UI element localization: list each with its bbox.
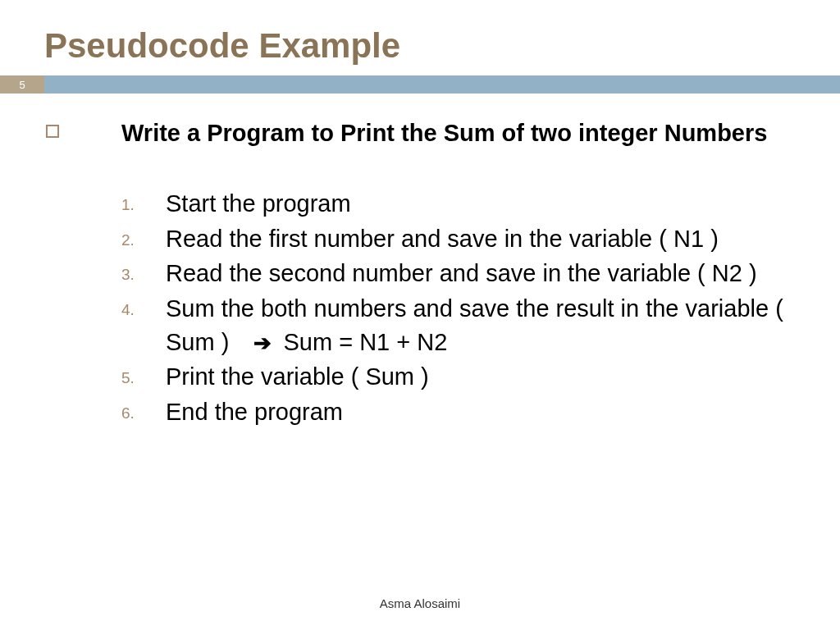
list-item: 5. Print the variable ( Sum )	[121, 360, 791, 394]
step-number: 1.	[121, 187, 166, 217]
slide-title: Pseudocode Example	[0, 0, 840, 75]
list-item: 3. Read the second number and save in th…	[121, 257, 791, 290]
list-item: 2. Read the first number and save in the…	[121, 222, 791, 256]
step-text: Start the program	[166, 187, 791, 221]
accent-bar	[44, 75, 840, 94]
step-number: 6.	[121, 395, 166, 425]
list-item: 1. Start the program	[121, 187, 791, 221]
step-text: End the program	[166, 395, 791, 429]
step-text: Read the first number and save in the va…	[166, 222, 791, 256]
list-item: 6. End the program	[121, 395, 791, 429]
step-text: Read the second number and save in the v…	[166, 257, 791, 290]
step-number: 3.	[121, 257, 166, 286]
step-text: Print the variable ( Sum )	[166, 360, 791, 394]
arrow-right-icon: ➔	[253, 328, 272, 358]
step-number: 2.	[121, 222, 166, 252]
step-text-suffix: Sum = N1 + N2	[283, 329, 447, 355]
page-number: 5	[0, 75, 44, 94]
step-number: 5.	[121, 360, 166, 390]
list-item: 4. Sum the both numbers and save the res…	[121, 292, 791, 358]
headline-text: Write a Program to Print the Sum of two …	[121, 118, 791, 148]
steps-list: 1. Start the program 2. Read the first n…	[46, 187, 791, 428]
step-number: 4.	[121, 292, 166, 322]
divider-bar: 5	[0, 75, 840, 94]
headline-row: Write a Program to Print the Sum of two …	[46, 118, 791, 148]
author-footer: Asma Alosaimi	[0, 596, 840, 610]
square-bullet-icon	[46, 125, 59, 138]
slide-content: Write a Program to Print the Sum of two …	[0, 94, 840, 428]
step-text: Sum the both numbers and save the result…	[166, 292, 791, 358]
